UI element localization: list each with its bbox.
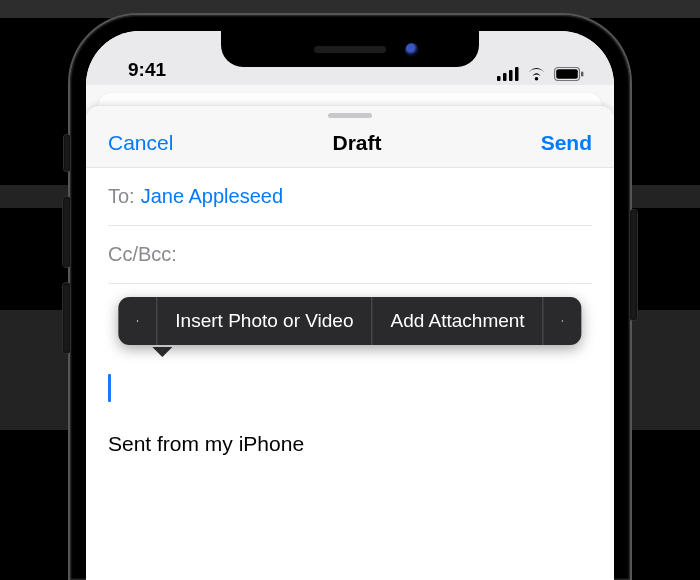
edit-menu-prev-button[interactable] — [118, 297, 156, 345]
svg-rect-3 — [515, 67, 519, 81]
notch — [221, 31, 479, 67]
compose-sheet: Cancel Draft Send To: Jane Appleseed Cc/… — [86, 106, 614, 580]
edit-menu-next-button[interactable] — [544, 297, 582, 345]
add-attachment-button[interactable]: Add Attachment — [373, 297, 543, 345]
send-button[interactable]: Send — [541, 131, 592, 155]
side-button-volume-down — [63, 283, 70, 353]
text-caret — [108, 374, 111, 402]
to-recipient[interactable]: Jane Appleseed — [141, 185, 283, 208]
side-button-silence — [64, 135, 70, 171]
side-button-volume-up — [63, 197, 70, 267]
svg-rect-6 — [581, 72, 583, 77]
header-fields: To: Jane Appleseed Cc/Bcc: — [86, 168, 614, 284]
chevron-left-icon — [136, 313, 138, 329]
insert-photo-video-button[interactable]: Insert Photo or Video — [157, 297, 371, 345]
to-label: To: — [108, 185, 135, 208]
svg-rect-2 — [509, 70, 513, 81]
speaker-grill — [314, 46, 386, 53]
signature-text[interactable]: Sent from my iPhone — [108, 432, 592, 456]
ccbcc-label: Cc/Bcc: — [108, 243, 177, 266]
chevron-right-icon — [562, 313, 564, 329]
cancel-button[interactable]: Cancel — [108, 131, 173, 155]
cellular-icon — [497, 67, 519, 81]
sheet-grabber[interactable] — [328, 113, 372, 118]
wifi-icon — [526, 67, 547, 81]
edit-menu: Insert Photo or Video Add Attachment — [118, 297, 581, 345]
side-button-power — [630, 210, 637, 320]
status-icons — [497, 67, 586, 81]
battery-icon — [554, 67, 584, 81]
ccbcc-input[interactable] — [183, 243, 592, 266]
svg-rect-1 — [503, 73, 507, 81]
ccbcc-field-row[interactable]: Cc/Bcc: — [108, 226, 592, 284]
svg-rect-0 — [497, 76, 501, 81]
page-title: Draft — [333, 131, 382, 155]
message-body[interactable]: Insert Photo or Video Add Attachment Sen… — [86, 284, 614, 456]
svg-rect-5 — [556, 69, 578, 79]
to-field-row[interactable]: To: Jane Appleseed — [108, 168, 592, 226]
front-camera — [405, 43, 419, 57]
phone-screen: 9:41 Cancel Draft Send To: Jane Applesee… — [86, 31, 614, 580]
phone-frame: 9:41 Cancel Draft Send To: Jane Applesee… — [70, 15, 630, 580]
status-time: 9:41 — [114, 59, 166, 81]
